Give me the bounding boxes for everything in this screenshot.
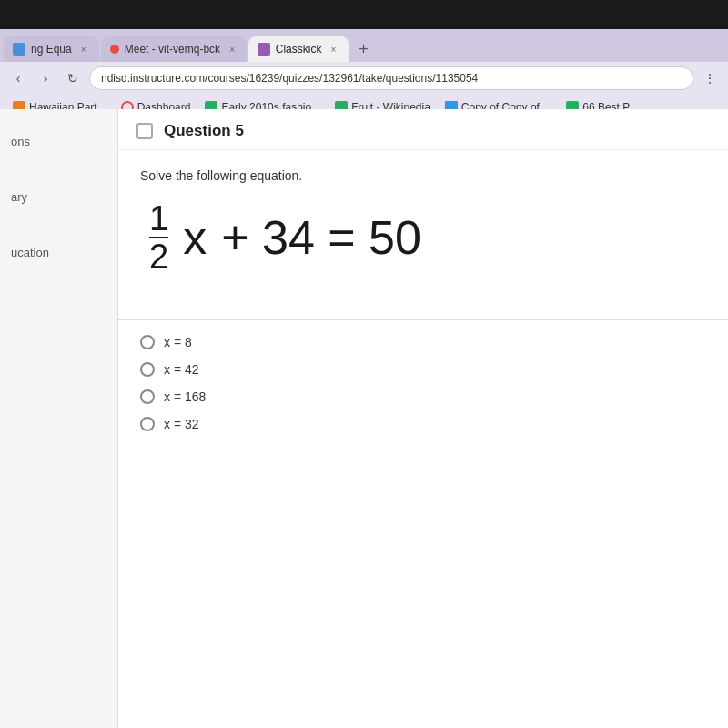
address-bar[interactable]: ndisd.instructure.com/courses/16239/quiz… <box>89 66 693 90</box>
fraction-numerator: 1 <box>149 201 168 236</box>
address-text: ndisd.instructure.com/courses/16239/quiz… <box>101 72 478 85</box>
main-area: Question 5 Solve the following equation.… <box>118 109 728 728</box>
answer-label-4: x = 32 <box>164 417 199 431</box>
radio-1[interactable] <box>140 335 155 349</box>
page-content: ons ary ucation Question 5 Solve the fol… <box>0 109 728 728</box>
sidebar-item-ary[interactable]: ary <box>0 183 117 211</box>
tab-recording-dot <box>110 45 119 54</box>
sidebar-label-3: ucation <box>11 246 49 259</box>
tab-close-3[interactable]: × <box>327 43 339 56</box>
sidebar-label-2: ary <box>11 190 27 204</box>
answer-option-4[interactable]: x = 32 <box>140 417 706 431</box>
fraction-denominator: 2 <box>149 239 168 274</box>
tab-equations[interactable]: ng Equa × <box>4 36 99 62</box>
sidebar-item-ons[interactable]: ons <box>0 127 117 156</box>
radio-3[interactable] <box>140 389 155 404</box>
answer-option-2[interactable]: x = 42 <box>140 362 706 377</box>
tab-label-3: Classkick <box>276 43 322 56</box>
equation-variable: x <box>183 210 207 265</box>
question-body: Solve the following equation. 1 2 x + 34… <box>118 150 728 319</box>
question-checkbox[interactable] <box>136 123 153 139</box>
tab-classkick[interactable]: Classkick × <box>248 36 349 62</box>
tab-close-1[interactable]: × <box>77 43 90 56</box>
answers-section: x = 8 x = 42 x = 168 x = 32 <box>118 319 728 446</box>
radio-2[interactable] <box>140 362 155 377</box>
sidebar-label-1: ons <box>11 135 30 148</box>
profile-button[interactable]: ⋮ <box>699 67 721 89</box>
tab-label-2: Meet - vit-vemq-bck <box>125 43 220 56</box>
tab-label-1: ng Equa <box>31 43 72 56</box>
tab-bar: ng Equa × Meet - vit-vemq-bck × Classkic… <box>0 29 728 62</box>
tab-favicon-3 <box>258 43 270 56</box>
answer-option-1[interactable]: x = 8 <box>140 335 706 349</box>
back-button[interactable]: ‹ <box>7 67 29 89</box>
answer-label-3: x = 168 <box>164 389 206 404</box>
tab-meet[interactable]: Meet - vit-vemq-bck × <box>101 36 247 62</box>
sidebar-item-ucation[interactable]: ucation <box>0 238 117 267</box>
tab-close-2[interactable]: × <box>226 43 238 56</box>
answer-label-2: x = 42 <box>164 362 199 377</box>
sidebar: ons ary ucation <box>0 109 118 728</box>
new-tab-button[interactable]: + <box>350 36 376 62</box>
radio-4[interactable] <box>140 417 155 431</box>
browser-chrome: ng Equa × Meet - vit-vemq-bck × Classkic… <box>0 29 728 109</box>
equation-display: 1 2 x + 34 = 50 <box>149 201 706 274</box>
forward-button[interactable]: › <box>35 67 56 89</box>
top-bar <box>0 0 728 29</box>
question-header: Question 5 <box>118 109 728 150</box>
question-title: Question 5 <box>164 122 244 140</box>
answer-label-1: x = 8 <box>164 335 192 349</box>
equation-rest: + 34 = 50 <box>221 210 421 265</box>
refresh-button[interactable]: ↻ <box>62 67 84 89</box>
fraction: 1 2 <box>149 201 168 274</box>
tab-favicon-1 <box>13 43 25 56</box>
answer-option-3[interactable]: x = 168 <box>140 389 706 404</box>
address-bar-row: ‹ › ↻ ndisd.instructure.com/courses/1623… <box>0 62 728 95</box>
question-prompt: Solve the following equation. <box>140 168 706 183</box>
